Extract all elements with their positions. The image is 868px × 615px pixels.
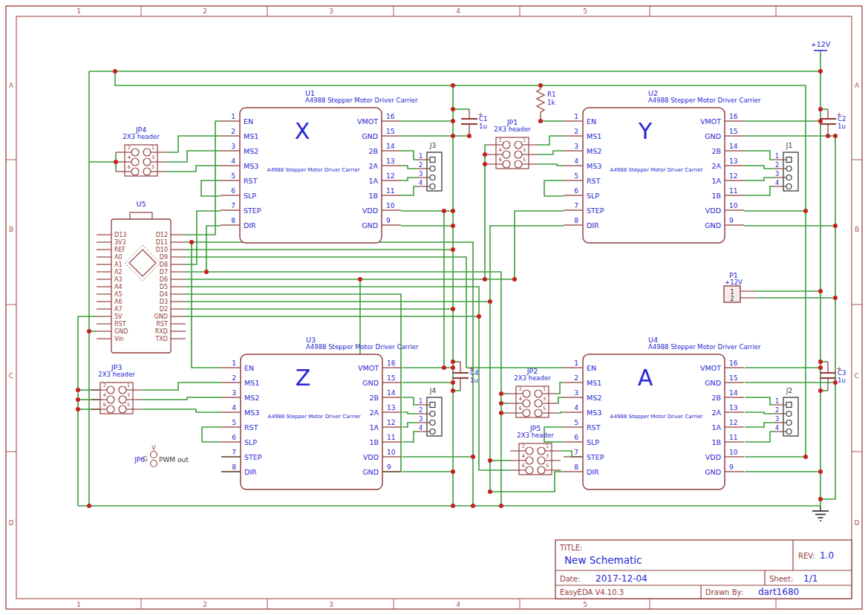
wire[interactable] <box>744 186 774 195</box>
pin-name: D6 <box>160 276 168 283</box>
wire[interactable] <box>142 383 221 390</box>
component-JP6[interactable]: VGJP6PWM out <box>134 445 189 467</box>
component-U5[interactable]: U5D133V3REFA0A1A2A3A4A5A6A75VRSTGNDVinD1… <box>97 200 186 353</box>
pin-number: 1 <box>231 113 235 120</box>
wire[interactable] <box>544 180 564 196</box>
wire[interactable] <box>515 211 564 279</box>
component-U3[interactable]: U3A4988 Stepper Motor Driver CarrierZA49… <box>221 336 419 489</box>
wire[interactable] <box>142 409 221 412</box>
wire[interactable] <box>558 397 564 403</box>
component-R1[interactable]: R11k <box>537 85 555 121</box>
wire[interactable] <box>201 180 221 196</box>
wire[interactable] <box>186 257 564 368</box>
ref-designator: J4 <box>429 387 437 394</box>
pin-circle <box>119 406 126 413</box>
wire[interactable] <box>202 427 221 442</box>
component-J2[interactable]: J21234 <box>774 387 798 436</box>
wire[interactable] <box>538 164 564 166</box>
pin-circle <box>107 386 114 394</box>
component-P1[interactable]: P1+12V12 <box>724 271 755 302</box>
wire[interactable] <box>745 412 774 414</box>
pin-name: RST <box>244 423 258 432</box>
pin-circle <box>430 411 435 417</box>
component-JP5[interactable]: JP52X3 header214365 <box>510 424 561 475</box>
ground-symbol[interactable] <box>812 507 829 521</box>
wire[interactable] <box>401 178 418 180</box>
component-U2[interactable]: U2A4988 Stepper Motor Driver CarrierYA49… <box>564 89 761 243</box>
component-JP1[interactable]: JP12X3 header214365 <box>487 118 538 169</box>
pin-name: TXD <box>154 336 168 342</box>
driver-body[interactable] <box>583 354 725 489</box>
wire[interactable] <box>561 451 583 457</box>
wire[interactable] <box>820 136 835 499</box>
wire[interactable] <box>166 166 221 172</box>
component-JP2[interactable]: JP22X3 header214365 <box>507 367 558 417</box>
wire[interactable] <box>538 151 564 154</box>
ref-designator: J2 <box>786 387 792 394</box>
wire[interactable] <box>744 151 774 160</box>
wire[interactable] <box>401 186 418 195</box>
component-JP3[interactable]: JP32X3 header214365 <box>91 363 142 414</box>
wire[interactable] <box>402 423 418 427</box>
wire[interactable] <box>745 397 774 405</box>
pin-number: 4 <box>499 147 502 153</box>
wire[interactable] <box>558 383 564 394</box>
pin-number: 5 <box>546 463 549 469</box>
pin-circle <box>786 420 792 426</box>
pin-number: 4 <box>419 425 422 432</box>
pin-number: 3 <box>419 416 422 423</box>
pin-circle <box>535 390 542 397</box>
component-J4[interactable]: J41234 <box>418 387 442 436</box>
part-name: 2X3 header <box>123 133 160 140</box>
wire[interactable] <box>166 136 221 152</box>
junction-dot <box>451 119 455 123</box>
pin-name: VMOT <box>357 117 378 126</box>
wire[interactable] <box>401 151 418 160</box>
pin-number: 5 <box>574 172 578 180</box>
column-label: 1 <box>76 601 81 608</box>
junction-dot <box>499 411 503 415</box>
pin-number: 13 <box>386 157 394 165</box>
pin-name: GND <box>705 132 721 140</box>
driver-body[interactable] <box>583 108 725 243</box>
driver-body[interactable] <box>241 354 382 489</box>
wire[interactable] <box>402 397 418 405</box>
junction-dot <box>451 504 455 508</box>
schematic-canvas[interactable]: 1122334455AABBCCDD TITLE: New Schematic … <box>0 0 868 615</box>
wire[interactable] <box>745 423 774 427</box>
component-C1[interactable]: +C11u <box>461 109 487 136</box>
pin-number: 12 <box>386 172 394 180</box>
part-name: A4988 Stepper Motor Driver Carrier <box>648 343 761 351</box>
wire[interactable] <box>206 226 221 272</box>
pin-circle <box>786 411 792 417</box>
pin-name: SLP <box>244 192 256 200</box>
junction-dot <box>818 289 823 293</box>
plus12v-flag[interactable]: +12V <box>811 40 831 51</box>
wire[interactable] <box>538 136 564 145</box>
pin-number: 1 <box>775 153 779 160</box>
component-C2[interactable]: +C21u <box>820 109 846 136</box>
wire[interactable] <box>744 166 774 169</box>
component-U4[interactable]: U4A4988 Stepper Motor Driver CarrierAA49… <box>564 336 761 489</box>
junction-dot <box>818 469 823 474</box>
axis-label: A <box>638 365 653 391</box>
wire[interactable] <box>558 412 564 413</box>
wire[interactable] <box>402 432 418 442</box>
wire[interactable] <box>744 178 774 180</box>
component-U1[interactable]: U1A4988 Stepper Motor Driver CarrierXA49… <box>221 89 418 243</box>
component-J1[interactable]: J11234 <box>774 142 798 191</box>
pin-name: 2A <box>368 162 378 170</box>
component-J3[interactable]: J31234 <box>418 142 442 191</box>
wire[interactable] <box>78 316 97 506</box>
wire[interactable] <box>142 397 221 400</box>
wire[interactable] <box>186 121 221 235</box>
component-C4[interactable]: +C41u <box>452 362 478 391</box>
pin-number: 5 <box>574 419 578 426</box>
pin-number: 4 <box>775 425 779 432</box>
wire[interactable] <box>401 166 418 169</box>
driver-body[interactable] <box>240 108 382 243</box>
component-C3[interactable]: +C31u <box>820 362 846 391</box>
wire[interactable] <box>402 412 418 414</box>
wire[interactable] <box>745 432 774 442</box>
component-JP4[interactable]: JP42X3 header214365 <box>116 126 166 176</box>
